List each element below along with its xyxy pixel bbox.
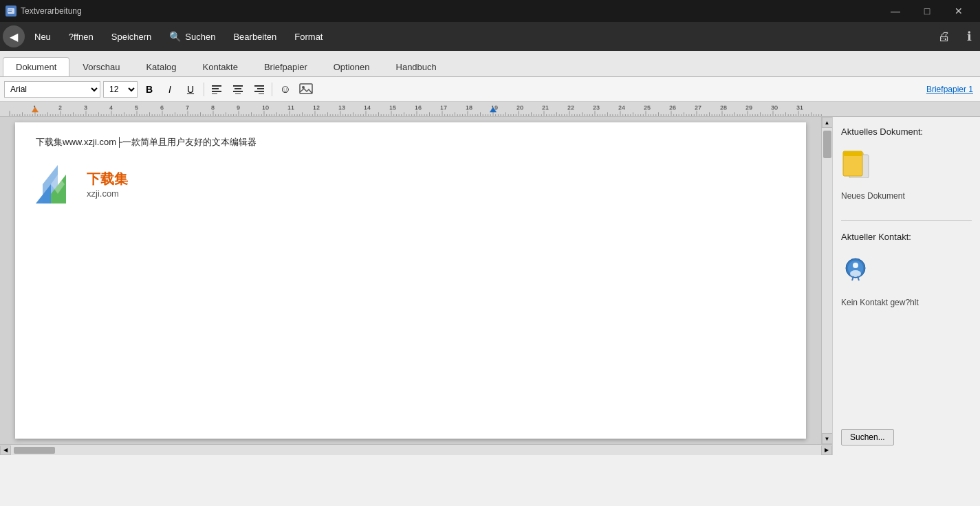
svg-rect-3 [212,85,221,87]
tab-briefpapier[interactable]: Briefpapier [251,57,320,76]
suchen-label: Suchen [185,32,215,42]
svg-rect-6 [212,94,217,94]
document-page: 下载集www.xzji.com├一款简单且用户友好的文本编辑器 [15,122,806,439]
format-label: Format [294,32,323,42]
svg-rect-7 [233,85,243,87]
doc-and-vscroll: 下载集www.xzji.com├一款简单且用户友好的文本编辑器 [0,117,832,444]
size-select[interactable]: 8 10 12 14 16 18 24 [103,81,138,98]
speichern-label: Speichern [111,32,152,42]
oeffnen-button[interactable]: ?ffnen [61,28,102,46]
hscroll-right-arrow[interactable]: ▶ [821,446,832,455]
maximize-button[interactable]: □ [911,0,943,22]
underline-button[interactable]: U [182,81,199,98]
svg-rect-10 [235,94,241,94]
document-scroll[interactable]: 下载集www.xzji.com├一款简单且用户友好的文本编辑器 [0,117,821,444]
svg-rect-8 [235,88,241,89]
print-button[interactable]: 🖨 [933,26,956,47]
neu-label: Neu [34,32,51,42]
logo-url: xzji.com [87,188,128,199]
document-content[interactable]: 下载集www.xzji.com├一款简单且用户友好的文本编辑器 [36,136,785,204]
suchen-panel-button[interactable]: Suchen... [841,429,894,446]
contact-panel-label: Kein Kontakt gew?hlt [841,298,972,307]
back-button[interactable]: ◀ [3,25,25,47]
vscroll-down-arrow[interactable]: ▼ [822,433,833,444]
contact-icon [841,256,972,287]
info-button[interactable]: ℹ [961,26,977,47]
doc-panel-heading: Aktuelles Dokument: [841,126,972,137]
svg-rect-4 [212,88,219,89]
speichern-button[interactable]: Speichern [103,28,160,46]
app-icon [6,6,17,16]
divider-1 [204,82,204,96]
logo-main-text: 下载集 [87,170,128,188]
bearbeiten-button[interactable]: Bearbeiten [225,28,285,46]
search-icon: 🔍 [169,31,181,42]
svg-point-32 [853,263,858,268]
svg-rect-2 [8,11,12,12]
titlebar: Textverarbeitung — □ ✕ [0,0,980,22]
svg-rect-14 [259,94,264,94]
tab-optionen[interactable]: Optionen [320,57,383,76]
horizontal-scrollbar[interactable]: ◀ ▶ [0,444,832,455]
format-bar: Arial Times New Roman Courier New 8 10 1… [0,77,980,102]
bearbeiten-label: Bearbeiten [233,32,276,42]
tab-handbuch[interactable]: Handbuch [383,57,450,76]
neu-button[interactable]: Neu [26,28,59,46]
svg-rect-29 [843,151,862,156]
align-left-button[interactable] [208,81,226,98]
vscroll-up-arrow[interactable]: ▲ [822,117,833,128]
suchen-button[interactable]: 🔍 Suchen [161,27,224,46]
contact-panel-heading: Aktueller Kontakt: [841,232,972,242]
main-toolbar: ◀ Neu ?ffnen Speichern 🔍 Suchen Bearbeit… [0,22,980,51]
close-button[interactable]: ✕ [943,0,974,22]
minimize-button[interactable]: — [880,0,911,22]
divider-2 [272,82,272,96]
right-panel: Aktuelles Dokument: Neues Dokument Aktue… [832,117,980,455]
tab-dokument[interactable]: Dokument [3,57,69,76]
format-button[interactable]: Format [286,28,331,46]
font-select[interactable]: Arial Times New Roman Courier New [4,81,100,98]
app-title: Textverarbeitung [21,6,82,16]
tab-vorschau[interactable]: Vorschau [69,57,133,76]
svg-rect-5 [212,91,221,92]
document-wrapper: 下载集www.xzji.com├一款简单且用户友好的文本编辑器 [0,117,832,455]
window-controls: — □ ✕ [880,0,974,22]
briefpapier-link[interactable]: Briefpapier 1 [926,85,976,94]
tab-katalog[interactable]: Katalog [133,57,189,76]
doc-text-line: 下载集www.xzji.com├一款简单且用户友好的文本编辑器 [36,136,785,148]
bold-button[interactable]: B [140,81,158,98]
vscroll-thumb[interactable] [823,131,831,158]
svg-rect-1 [8,10,12,10]
doc-panel-label: Neues Dokument [841,191,972,201]
hscroll-thumb[interactable] [14,447,55,454]
toolbar-right: 🖨 ℹ [933,26,977,47]
content-area: 下载集www.xzji.com├一款简单且用户友好的文本编辑器 [0,117,980,455]
tab-bar: Dokument Vorschau Katalog Kontakte Brief… [0,51,980,77]
logo-svg [36,165,80,204]
svg-rect-13 [254,91,264,92]
svg-rect-12 [257,88,264,89]
align-right-button[interactable] [250,81,268,98]
italic-button[interactable]: I [161,81,179,98]
logo-text-area: 下载集 xzji.com [87,170,128,199]
align-center-button[interactable] [229,81,247,98]
doc-icon [841,151,972,180]
oeffnen-label: ?ffnen [69,32,94,42]
ruler [0,102,980,117]
vertical-scrollbar[interactable]: ▲ ▼ [821,117,832,444]
panel-divider-1 [841,220,972,221]
doc-logo-area: 下载集 xzji.com [36,165,785,204]
smiley-button[interactable]: ☺ [276,81,294,98]
image-button[interactable] [297,81,315,98]
svg-point-33 [850,270,861,277]
svg-rect-11 [254,85,264,87]
svg-rect-9 [233,91,243,92]
ruler-canvas [0,102,980,116]
hscroll-left-arrow[interactable]: ◀ [0,446,11,455]
tab-kontakte[interactable]: Kontakte [190,57,251,76]
